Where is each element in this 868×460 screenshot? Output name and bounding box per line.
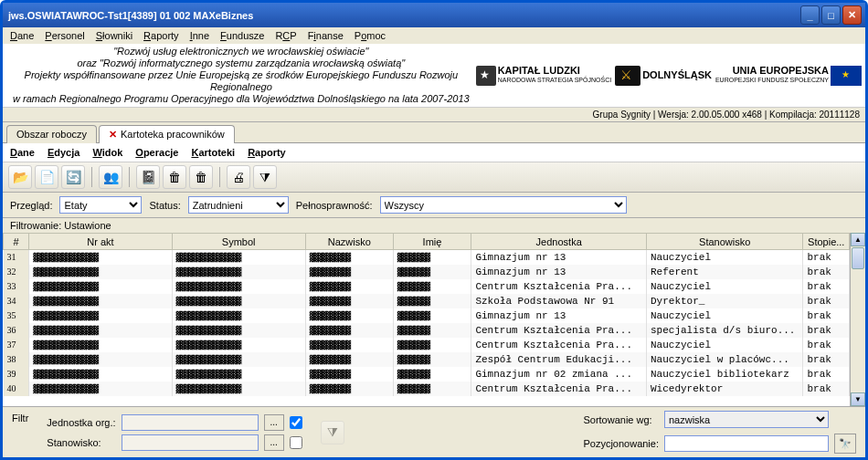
cell-stanowisko: Nauczyciel <box>647 338 803 352</box>
cell-stopien: brak <box>803 382 850 396</box>
col-jednostka[interactable]: Jednostka <box>471 234 647 250</box>
cell-nrakt: ▓▓▓▓▓▓▓▓▓▓▓▓▓▓▓▓ <box>29 265 172 279</box>
menu-slowniki[interactable]: Słowniki <box>96 30 132 41</box>
status-select[interactable]: Zatrudnieni <box>188 196 289 214</box>
cell-jednostka: Centrum Kształcenia Pra... <box>471 323 647 338</box>
bin1-button[interactable]: 🗑 <box>163 165 186 189</box>
jednostka-input[interactable] <box>122 414 259 431</box>
pelno-label: Pełnosprawność: <box>296 200 373 211</box>
scroll-up-icon[interactable]: ▲ <box>851 233 865 246</box>
submenu-kartoteki[interactable]: Kartoteki <box>191 147 235 158</box>
cell-idx: 38 <box>4 352 29 367</box>
vertical-scrollbar[interactable]: ▲ ▼ <box>850 233 865 406</box>
cell-stopien: brak <box>803 294 850 308</box>
col-nrakt[interactable]: Nr akt <box>29 234 172 250</box>
col-idx[interactable]: # <box>4 234 29 250</box>
cell-jednostka: Centrum Kształcenia Pra... <box>471 338 647 352</box>
tab-close-icon[interactable]: ✕ <box>109 129 117 140</box>
toolbar: 📂 📄 🔄 👥 📓 🗑 🗑 🖨 ⧩ <box>3 162 865 193</box>
cell-symbol: ▓▓▓▓▓▓▓▓▓▓▓▓▓▓▓▓ <box>172 323 305 338</box>
refresh-button[interactable]: 🔄 <box>61 165 85 189</box>
tab-kartoteka-pracownikow[interactable]: ✕Kartoteka pracowników <box>99 125 235 143</box>
table-row[interactable]: 37▓▓▓▓▓▓▓▓▓▓▓▓▓▓▓▓▓▓▓▓▓▓▓▓▓▓▓▓▓▓▓▓▓▓▓▓▓▓… <box>4 338 850 352</box>
cell-stopien: brak <box>803 367 850 382</box>
table-row[interactable]: 32▓▓▓▓▓▓▓▓▓▓▓▓▓▓▓▓▓▓▓▓▓▓▓▓▓▓▓▓▓▓▓▓▓▓▓▓▓▓… <box>4 265 850 279</box>
apply-filter-button[interactable]: ⧩ <box>321 421 344 444</box>
cell-nazwisko: ▓▓▓▓▓▓▓▓▓▓ <box>305 338 393 352</box>
print-button[interactable]: 🖨 <box>227 165 250 189</box>
stanowisko-label: Stanowisko: <box>47 437 115 448</box>
pelno-select[interactable]: Wszyscy <box>380 196 627 214</box>
cell-stanowisko: Nauczyciel bibliotekarz <box>647 367 803 382</box>
banner-logos: KAPITAŁ LUDZKINARODOWA STRATEGIA SPÓJNOŚ… <box>476 64 862 88</box>
menu-fundusze[interactable]: Fundusze <box>220 30 264 41</box>
table-row[interactable]: 35▓▓▓▓▓▓▓▓▓▓▓▓▓▓▓▓▓▓▓▓▓▓▓▓▓▓▓▓▓▓▓▓▓▓▓▓▓▓… <box>4 308 850 323</box>
cell-nrakt: ▓▓▓▓▓▓▓▓▓▓▓▓▓▓▓▓ <box>29 338 172 352</box>
scroll-down-icon[interactable]: ▼ <box>851 392 865 406</box>
logo-dolny-slask: DOLNYŚLĄSK <box>615 64 712 88</box>
export-button[interactable]: 📄 <box>35 165 58 189</box>
stanowisko-input[interactable] <box>122 434 259 451</box>
col-symbol[interactable]: Symbol <box>172 234 305 250</box>
menu-pomoc[interactable]: Pomoc <box>355 30 386 41</box>
table-row[interactable]: 31▓▓▓▓▓▓▓▓▓▓▓▓▓▓▓▓▓▓▓▓▓▓▓▓▓▓▓▓▓▓▓▓▓▓▓▓▓▓… <box>4 250 850 265</box>
main-menubar: Dane Personel Słowniki Raporty Inne Fund… <box>3 27 865 44</box>
cell-imie: ▓▓▓▓▓▓▓▓ <box>393 367 471 382</box>
submenu-widok[interactable]: Widok <box>92 147 122 158</box>
star-icon <box>476 66 496 86</box>
menu-raporty[interactable]: Raporty <box>143 30 179 41</box>
notebook-button[interactable]: 📓 <box>136 165 160 189</box>
scroll-thumb[interactable] <box>852 247 864 269</box>
submenu-edycja[interactable]: Edycja <box>48 147 79 158</box>
table-row[interactable]: 34▓▓▓▓▓▓▓▓▓▓▓▓▓▓▓▓▓▓▓▓▓▓▓▓▓▓▓▓▓▓▓▓▓▓▓▓▓▓… <box>4 294 850 308</box>
menu-rcp[interactable]: RCP <box>275 30 296 41</box>
employee-table[interactable]: # Nr akt Symbol Nazwisko Imię Jednostka … <box>3 233 850 396</box>
menu-finanse[interactable]: Finanse <box>308 30 344 41</box>
jednostka-checkbox[interactable] <box>290 416 302 429</box>
cell-symbol: ▓▓▓▓▓▓▓▓▓▓▓▓▓▓▓▓ <box>172 367 305 382</box>
sort-select[interactable]: nazwiska <box>664 411 829 428</box>
cell-nrakt: ▓▓▓▓▓▓▓▓▓▓▓▓▓▓▓▓ <box>29 352 172 367</box>
close-button[interactable]: ✕ <box>842 5 862 25</box>
submenu-dane[interactable]: Dane <box>10 147 35 158</box>
przeglad-select[interactable]: Etaty <box>59 196 142 214</box>
menu-personel[interactable]: Personel <box>45 30 84 41</box>
cell-nazwisko: ▓▓▓▓▓▓▓▓▓▓ <box>305 294 393 308</box>
submenu-raporty[interactable]: Raporty <box>248 147 286 158</box>
bin2-button[interactable]: 🗑 <box>189 165 213 189</box>
open-folder-button[interactable]: 📂 <box>8 165 32 189</box>
cell-idx: 36 <box>4 323 29 338</box>
cell-imie: ▓▓▓▓▓▓▓▓ <box>393 382 471 396</box>
cell-imie: ▓▓▓▓▓▓▓▓ <box>393 279 471 294</box>
col-stopien[interactable]: Stopie... <box>803 234 850 250</box>
pozyc-input[interactable] <box>664 435 829 452</box>
table-row[interactable]: 38▓▓▓▓▓▓▓▓▓▓▓▓▓▓▓▓▓▓▓▓▓▓▓▓▓▓▓▓▓▓▓▓▓▓▓▓▓▓… <box>4 352 850 367</box>
people-button[interactable]: 👥 <box>99 165 122 189</box>
jednostka-browse-button[interactable]: ... <box>264 414 284 431</box>
search-binoculars-button[interactable]: 🔭 <box>834 434 856 454</box>
status-label: Status: <box>149 200 180 211</box>
banner-line4: w ramach Regionalnego Programu Operacyjn… <box>6 93 476 105</box>
filter-funnel-button[interactable]: ⧩ <box>253 165 277 189</box>
filtr-label: Filtr <box>12 413 28 423</box>
table-row[interactable]: 36▓▓▓▓▓▓▓▓▓▓▓▓▓▓▓▓▓▓▓▓▓▓▓▓▓▓▓▓▓▓▓▓▓▓▓▓▓▓… <box>4 323 850 338</box>
table-row[interactable]: 33▓▓▓▓▓▓▓▓▓▓▓▓▓▓▓▓▓▓▓▓▓▓▓▓▓▓▓▓▓▓▓▓▓▓▓▓▓▓… <box>4 279 850 294</box>
table-row[interactable]: 39▓▓▓▓▓▓▓▓▓▓▓▓▓▓▓▓▓▓▓▓▓▓▓▓▓▓▓▓▓▓▓▓▓▓▓▓▓▓… <box>4 367 850 382</box>
window-buttons: _ □ ✕ <box>800 5 862 25</box>
col-imie[interactable]: Imię <box>393 234 471 250</box>
cell-symbol: ▓▓▓▓▓▓▓▓▓▓▓▓▓▓▓▓ <box>172 265 305 279</box>
minimize-button[interactable]: _ <box>800 5 820 25</box>
col-nazwisko[interactable]: Nazwisko <box>305 234 393 250</box>
przeglad-label: Przegląd: <box>10 200 52 211</box>
table-row[interactable]: 40▓▓▓▓▓▓▓▓▓▓▓▓▓▓▓▓▓▓▓▓▓▓▓▓▓▓▓▓▓▓▓▓▓▓▓▓▓▓… <box>4 382 850 396</box>
data-grid-wrap: # Nr akt Symbol Nazwisko Imię Jednostka … <box>3 233 865 406</box>
menu-dane[interactable]: Dane <box>10 30 34 41</box>
menu-inne[interactable]: Inne <box>190 30 209 41</box>
stanowisko-browse-button[interactable]: ... <box>264 434 284 451</box>
maximize-button[interactable]: □ <box>821 5 841 25</box>
submenu-operacje[interactable]: Operacje <box>135 147 178 158</box>
stanowisko-checkbox[interactable] <box>290 436 302 449</box>
col-stanowisko[interactable]: Stanowisko <box>647 234 803 250</box>
tab-obszar-roboczy[interactable]: Obszar roboczy <box>6 125 97 143</box>
cell-symbol: ▓▓▓▓▓▓▓▓▓▓▓▓▓▓▓▓ <box>172 250 305 265</box>
